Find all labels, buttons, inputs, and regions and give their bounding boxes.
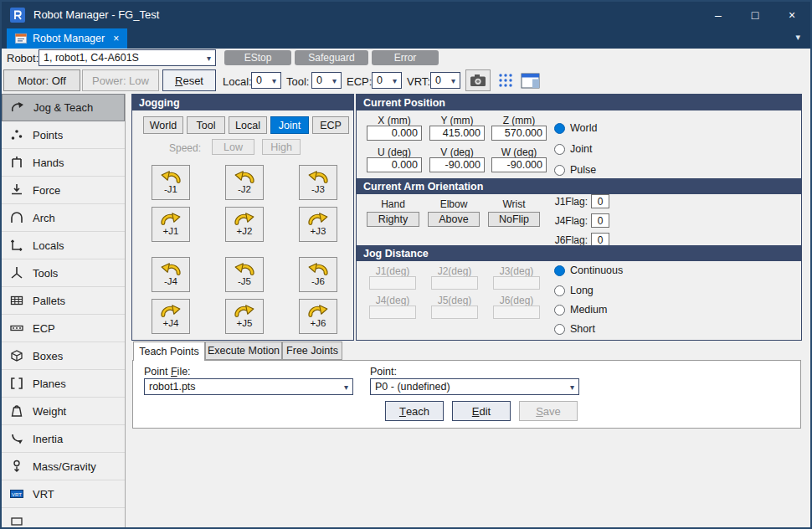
j6flag-label: J6Flag:: [544, 234, 588, 246]
sidebar-item-points[interactable]: Points: [2, 121, 125, 149]
sidebar-item-ecp[interactable]: ECP: [2, 315, 125, 342]
jog-button-minus-j6[interactable]: -J6: [299, 257, 337, 292]
point-file-select[interactable]: robot1.pts ▾: [144, 378, 353, 395]
minimize-button[interactable]: –: [700, 2, 737, 28]
partial-item-icon: [8, 514, 25, 527]
point-file-label-accel: F: [171, 366, 177, 377]
ecp-select[interactable]: 0 ▾: [372, 72, 402, 89]
sidebar-item-force[interactable]: Force: [2, 177, 125, 204]
window-controls: – □ ×: [700, 2, 810, 28]
radio-pulse[interactable]: Pulse: [554, 164, 596, 176]
inertia-icon: [8, 431, 25, 446]
sidebar-item-mass-gravity[interactable]: Mass/Gravity: [2, 453, 125, 480]
rotate-ccw-icon: [160, 263, 182, 275]
reset-rest: eset: [182, 74, 203, 87]
sidebar-item-inertia[interactable]: Inertia: [2, 425, 125, 453]
jog-button-plus-j2[interactable]: +J2: [225, 207, 264, 242]
hand-label: Hand: [367, 198, 419, 210]
tab-free-joints[interactable]: Free Joints: [282, 342, 342, 360]
sidebar-item-partial[interactable]: [2, 508, 125, 527]
sidebar-item-pallets[interactable]: Pallets: [2, 287, 125, 315]
tab-robot-manager[interactable]: Robot Manager ×: [7, 28, 127, 49]
sidebar: Jog & Teach Points Hands Force Arch Loca…: [2, 94, 126, 527]
arch-icon: [8, 210, 25, 225]
radio-long[interactable]: Long: [554, 285, 594, 296]
jog-mode-local[interactable]: Local: [229, 116, 267, 134]
motor-button[interactable]: Motor: Off: [3, 69, 80, 91]
teach-button[interactable]: Teach: [385, 401, 444, 421]
local-select-value: 0: [256, 74, 262, 86]
jog-button-plus-j4[interactable]: +J4: [152, 299, 190, 334]
radio-medium[interactable]: Medium: [554, 304, 607, 316]
reset-button[interactable]: Reset: [162, 69, 216, 91]
elbow-label: Elbow: [428, 198, 480, 210]
sidebar-item-label: Planes: [33, 377, 66, 390]
current-position-header: Current Position: [357, 95, 801, 110]
radio-label: Pulse: [570, 164, 596, 176]
elbow-value: Above: [428, 212, 480, 227]
radio-continuous[interactable]: Continuous: [554, 264, 623, 276]
sidebar-item-boxes[interactable]: Boxes: [2, 342, 125, 370]
tool-select[interactable]: 0 ▾: [311, 72, 342, 89]
point-select[interactable]: P0 - (undefined) ▾: [370, 378, 579, 395]
radio-world[interactable]: World: [554, 122, 597, 134]
jog-button-minus-j2[interactable]: -J2: [225, 165, 264, 200]
jog-button-minus-j5[interactable]: -J5: [225, 257, 264, 292]
sidebar-item-arch[interactable]: Arch: [2, 204, 125, 232]
rotate-ccw-icon: [160, 171, 182, 183]
wrist-value: NoFlip: [488, 212, 540, 227]
jog-button-minus-j1[interactable]: -J1: [152, 165, 190, 200]
sidebar-item-label: Jog & Teach: [33, 101, 93, 114]
jog-mode-world[interactable]: World: [143, 116, 183, 134]
tab-teach-points[interactable]: Teach Points: [133, 342, 205, 361]
edit-button[interactable]: Edit: [452, 401, 511, 421]
radio-short[interactable]: Short: [554, 323, 595, 335]
save-button: Save: [519, 401, 578, 421]
sidebar-item-label: Locals: [33, 239, 64, 252]
jog-button-plus-j5[interactable]: +J5: [225, 299, 264, 334]
radio-dot-icon: [554, 165, 565, 176]
tab-list-chevron-icon[interactable]: ▾: [795, 32, 800, 43]
rotate-ccw-icon: [307, 171, 329, 183]
jog-button-plus-j3[interactable]: +J3: [299, 207, 337, 242]
vrt-select[interactable]: 0 ▾: [430, 72, 460, 89]
jd-j2-field: [431, 276, 478, 290]
camera-icon: [470, 74, 486, 87]
sidebar-item-hands[interactable]: Hands: [2, 149, 125, 177]
jog-pad-toggle[interactable]: [496, 72, 516, 89]
sidebar-item-tools[interactable]: Tools: [2, 259, 125, 287]
radio-joint[interactable]: Joint: [554, 143, 592, 155]
sidebar-item-vrt[interactable]: VRT VRT: [2, 480, 125, 508]
pos-y-label: Y (mm): [429, 115, 485, 126]
jd-j5-field: [431, 306, 478, 319]
tab-close-icon[interactable]: ×: [113, 33, 119, 44]
locals-icon: [8, 238, 25, 253]
radio-dot-icon: [554, 285, 565, 296]
jog-mode-tool[interactable]: Tool: [187, 116, 225, 134]
jog-mode-joint[interactable]: Joint: [270, 116, 309, 134]
ecp-select-value: 0: [377, 74, 383, 86]
sidebar-item-weight[interactable]: Weight: [2, 398, 125, 425]
dots-grid-icon: [497, 72, 514, 89]
local-select[interactable]: 0 ▾: [251, 72, 281, 89]
snapshot-button[interactable]: [465, 69, 491, 91]
maximize-button[interactable]: □: [737, 2, 773, 28]
safeguard-indicator: Safeguard: [295, 50, 368, 65]
tab-execute-motion[interactable]: Execute Motion: [205, 342, 282, 360]
jog-button-label: -J1: [164, 184, 177, 194]
panel-layout-toggle[interactable]: [519, 71, 541, 90]
jog-button-label: -J3: [311, 184, 325, 194]
robot-select[interactable]: 1, robot1, C4-A601S ▾: [39, 49, 216, 66]
weight-icon: [8, 403, 25, 419]
sidebar-item-planes[interactable]: Planes: [2, 370, 125, 398]
jog-button-minus-j4[interactable]: -J4: [152, 257, 190, 292]
close-button[interactable]: ×: [773, 2, 810, 28]
jog-button-plus-j6[interactable]: +J6: [299, 299, 337, 334]
jog-button-minus-j3[interactable]: -J3: [299, 165, 337, 200]
rotate-cw-icon: [160, 305, 182, 317]
sidebar-item-locals[interactable]: Locals: [2, 232, 125, 259]
jog-mode-ecp[interactable]: ECP: [312, 116, 349, 134]
sidebar-item-jog-teach[interactable]: Jog & Teach: [2, 94, 125, 121]
jog-button-plus-j1[interactable]: +J1: [152, 207, 190, 242]
vrt-label: VRT:: [407, 75, 430, 88]
